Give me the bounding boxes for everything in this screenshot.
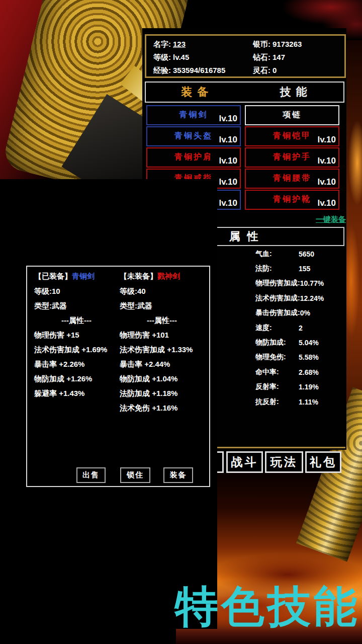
equip-button[interactable]: 装备 (163, 467, 193, 483)
stats-row: 等级:lv.45 钻石:147 (146, 51, 344, 64)
lingshi-label: 灵石: (253, 66, 270, 74)
item-level: 等级:40 (120, 284, 204, 298)
silver-label: 银币: (253, 40, 270, 48)
equip-slot-shoulder[interactable]: 青铜护肩 lv.10 (146, 147, 241, 168)
diamond-label: 钻石: (253, 53, 270, 61)
exp-field: 经验:353594/616785 (146, 66, 253, 75)
equip-slot-level: lv.10 (219, 156, 237, 166)
item-type: 类型:武器 (120, 298, 204, 313)
item-stat: 物理伤害 +15 (34, 328, 119, 342)
exp-label: 经验: (153, 66, 171, 74)
unequipped-item-name: 戮神剑 (157, 272, 180, 280)
equip-slot-armor[interactable]: 青铜铠甲 lv.10 (245, 126, 339, 146)
sell-button[interactable]: 出售 (76, 467, 106, 483)
equip-slot-level: lv.10 (317, 198, 336, 208)
unequipped-tag: 【未装备】 (120, 272, 157, 280)
silver-value: 9173263 (273, 40, 302, 48)
item-stat: 物防加成 +1.26% (34, 371, 119, 386)
equipped-item-stats: 等级:10 类型:武器 ---属性--- 物理伤害 +15 法术伤害加成 +1.… (34, 284, 119, 400)
item-stat: 躲避率 +1.43% (34, 386, 119, 400)
attr-row-reflect: 反射率:1.19% (255, 380, 346, 394)
equipped-item-header: 【已装备】青铜剑 (34, 271, 95, 282)
lock-button[interactable]: 锁住 (120, 467, 150, 483)
tab-skills[interactable]: 技 能 (245, 83, 344, 102)
attr-row-speed: 速度:2 (255, 320, 346, 335)
attr-row-hit-rate: 命中率:2.68% (255, 365, 346, 379)
lingshi-field: 灵石:0 (253, 66, 344, 75)
attr-row-mdmg-bonus: 法术伤害加成:12.24% (255, 291, 346, 305)
attr-separator: ---属性--- (120, 313, 204, 328)
equip-slot-boots[interactable]: 青铜护靴 lv.10 (245, 190, 339, 210)
attr-row-mdef: 法防:155 (255, 261, 346, 276)
attr-row-pdef-bonus: 物防加成:5.04% (255, 335, 346, 350)
item-stat: 物理伤害 +101 (120, 328, 204, 342)
battle-button[interactable]: 战斗 (226, 451, 263, 473)
equip-slot-weapon[interactable]: 青铜剑 lv.10 (146, 105, 241, 125)
silver-field: 银币:9173263 (253, 40, 344, 49)
tab-bar: 装 备 技 能 (145, 82, 344, 103)
gift-button[interactable]: 礼包 (305, 451, 341, 473)
item-level: 等级:10 (34, 284, 119, 298)
item-stat: 暴击率 +2.26% (34, 357, 119, 371)
player-stats-panel: 名字:123 银币:9173263 等级:lv.45 钻石:147 经验:353… (145, 34, 346, 78)
attr-row-pdmg-reduce: 物理免伤:5.58% (255, 350, 346, 365)
feature-skills-banner: 特色技能 (175, 578, 360, 636)
equipped-item-name: 青铜剑 (72, 272, 95, 280)
attributes-list: 气血:5650 法防:155 物理伤害加成:10.77% 法术伤害加成:12.2… (255, 247, 346, 409)
item-stat: 法术伤害加成 +1.69% (34, 342, 119, 357)
equip-slot-level: lv.10 (317, 177, 336, 187)
attr-separator: ---属性--- (34, 313, 119, 328)
equipped-tag: 【已装备】 (34, 272, 72, 280)
diamond-value: 147 (273, 53, 285, 61)
play-button[interactable]: 玩法 (265, 451, 303, 473)
equip-slot-helmet[interactable]: 青铜头盔 lv.10 (146, 126, 241, 146)
unequipped-item-stats: 等级:40 类型:武器 ---属性--- 物理伤害 +101 法术伤害加成 +1… (120, 284, 204, 415)
player-name-value[interactable]: 123 (173, 40, 186, 48)
lingshi-value: 0 (273, 66, 277, 74)
equip-slot-name: 项链 (246, 110, 338, 120)
item-stat: 法术免伤 +1.16% (120, 400, 204, 415)
player-name-field: 名字:123 (146, 40, 253, 49)
stats-row: 名字:123 银币:9173263 (146, 38, 344, 51)
item-type: 类型:武器 (34, 298, 119, 313)
quick-equip-link[interactable]: 一键装备 (316, 215, 346, 224)
tab-equipment[interactable]: 装 备 (146, 83, 245, 102)
equip-slot-belt[interactable]: 青铜腰带 lv.10 (245, 169, 339, 189)
level-label: 等级: (153, 53, 171, 61)
attr-row-crit-bonus: 暴击伤害加成:0% (255, 306, 346, 320)
attr-row-anti-reflect: 抗反射:1.11% (255, 394, 346, 409)
diamond-field: 钻石:147 (253, 53, 344, 62)
attr-row-hp: 气血:5650 (255, 247, 346, 261)
stats-row: 经验:353594/616785 灵石:0 (146, 64, 344, 77)
equip-slot-necklace[interactable]: 项链 (245, 105, 339, 125)
unequipped-item-header: 【未装备】戮神剑 (120, 271, 180, 282)
equip-slot-level: lv.10 (317, 135, 336, 145)
equip-slot-level: lv.10 (219, 114, 237, 124)
item-compare-dialog: 【已装备】青铜剑 【未装备】戮神剑 等级:10 类型:武器 ---属性--- 物… (26, 266, 210, 487)
player-name-label: 名字: (153, 40, 171, 48)
equip-slot-level: lv.10 (219, 177, 237, 187)
item-stat: 暴击率 +2.44% (120, 357, 204, 371)
equip-slot-level: lv.10 (219, 198, 237, 208)
equip-slot-level: lv.10 (317, 156, 336, 166)
level-field: 等级:lv.45 (146, 53, 253, 62)
attr-row-pdmg-bonus: 物理伤害加成:10.77% (255, 276, 346, 291)
item-stat: 物防加成 +1.04% (120, 371, 204, 386)
equip-slot-level: lv.10 (219, 135, 237, 145)
equip-slot-gloves[interactable]: 青铜护手 lv.10 (245, 147, 339, 168)
item-stat: 法防加成 +1.18% (120, 386, 204, 400)
exp-value: 353594/616785 (173, 66, 225, 74)
item-stat: 法术伤害加成 +1.33% (120, 342, 204, 357)
level-value: lv.45 (173, 53, 189, 61)
